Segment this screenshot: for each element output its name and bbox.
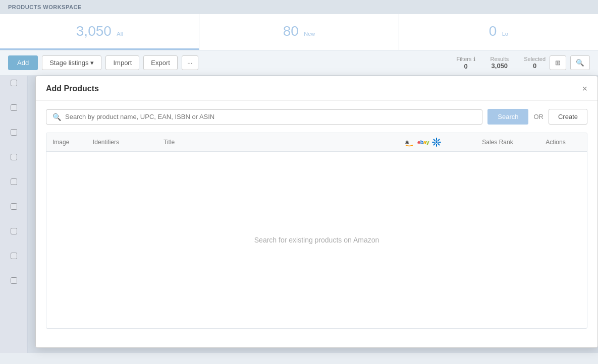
col-marketplaces: a ebay: [404, 137, 465, 147]
search-row: 🔍 Search OR Create: [36, 101, 597, 133]
walmart-icon: [432, 138, 441, 147]
empty-state: Search for existing products on Amazon: [46, 152, 587, 328]
stat-lo-number: 0: [489, 23, 497, 39]
search-input-wrapper: 🔍: [46, 109, 482, 125]
amazon-icon: a: [404, 137, 414, 147]
stat-new-label: New: [304, 31, 315, 37]
svg-line-6: [434, 140, 436, 141]
search-button[interactable]: 🔍: [570, 55, 590, 70]
export-button[interactable]: Export: [143, 55, 178, 70]
results-info: Results 3,050: [491, 56, 509, 70]
top-bar: PRODUCTS WORKSPACE: [0, 0, 598, 14]
results-count: 3,050: [491, 62, 509, 70]
workspace-title: PRODUCTS WORKSPACE: [8, 4, 82, 10]
svg-line-8: [438, 140, 440, 141]
svg-line-9: [434, 144, 436, 145]
stat-lo-label: Lo: [502, 31, 508, 37]
columns-button[interactable]: ⊞: [550, 55, 566, 70]
content-area: Add Products × 🔍 Search OR Create Image …: [0, 76, 598, 353]
stat-all-label: All: [117, 31, 123, 37]
table-header: Image Identifiers Title a ebay: [46, 133, 587, 152]
more-options-button[interactable]: ···: [182, 55, 198, 70]
modal-header: Add Products ×: [36, 76, 597, 101]
filters-label: Filters: [456, 56, 471, 62]
modal-close-button[interactable]: ×: [582, 84, 587, 93]
create-button[interactable]: Create: [549, 109, 587, 125]
col-title: Title: [164, 139, 404, 146]
toolbar: Add Stage listings ▾ Import Export ··· F…: [0, 50, 598, 76]
stage-listings-label: Stage listings: [49, 59, 88, 67]
or-label: OR: [533, 113, 543, 120]
add-button[interactable]: Add: [8, 55, 38, 70]
results-table: Image Identifiers Title a ebay: [46, 133, 587, 329]
ebay-icon: ebay: [417, 139, 429, 145]
stage-listings-button[interactable]: Stage listings ▾: [42, 55, 101, 70]
stat-new[interactable]: 80 New: [199, 14, 399, 50]
col-sales-rank: Sales Rank: [465, 139, 530, 146]
col-actions: Actions: [530, 139, 581, 146]
stat-all-number: 3,050: [76, 23, 112, 39]
search-icon: 🔍: [52, 113, 61, 121]
stat-lo[interactable]: 0 Lo: [399, 14, 598, 50]
import-button[interactable]: Import: [105, 55, 139, 70]
search-input[interactable]: [65, 113, 476, 120]
results-label: Results: [491, 56, 509, 62]
info-icon: ℹ: [473, 56, 475, 62]
filters-info: Filters ℹ 0: [456, 56, 475, 70]
svg-line-7: [438, 144, 440, 145]
add-products-modal: Add Products × 🔍 Search OR Create Image …: [35, 76, 598, 348]
columns-icon: ⊞: [555, 59, 561, 67]
col-image: Image: [52, 139, 93, 146]
selected-label: Selected: [524, 56, 546, 62]
filters-count: 0: [456, 63, 475, 70]
modal-title: Add Products: [46, 84, 99, 93]
selected-info: Selected 0: [524, 56, 546, 70]
empty-message: Search for existing products on Amazon: [254, 236, 379, 244]
stat-all[interactable]: 3,050 All: [0, 14, 199, 50]
svg-point-1: [436, 141, 438, 143]
col-identifiers: Identifiers: [93, 139, 164, 146]
selected-count: 0: [524, 62, 546, 70]
search-icon: 🔍: [576, 59, 584, 67]
toolbar-info: Filters ℹ 0 Results 3,050 Selected 0: [456, 56, 546, 70]
svg-text:a: a: [405, 138, 409, 146]
search-submit-button[interactable]: Search: [487, 109, 528, 125]
chevron-down-icon: ▾: [90, 59, 94, 67]
stats-row: 3,050 All 80 New 0 Lo: [0, 14, 598, 50]
stat-new-number: 80: [283, 23, 299, 39]
